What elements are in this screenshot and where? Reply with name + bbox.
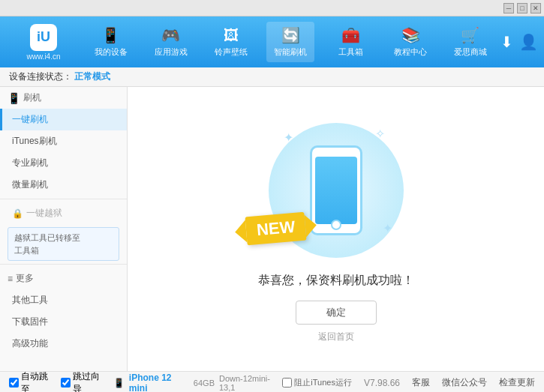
bottom-bar: 自动跳至 跳过向导 📱 iPhone 12 mini 64GB Down-12m… <box>0 371 544 392</box>
device-firmware: Down-12mini-13,1 <box>219 374 282 392</box>
success-title: 恭喜您，保资料刷机成功啦！ <box>258 273 414 289</box>
sparkle-1: ✦ <box>284 130 293 145</box>
sidebar-item-brush-flash[interactable]: 微量刷机 <box>0 174 127 196</box>
ringtones-icon: 🖼 <box>224 27 239 44</box>
jailbreak-label: 一键越狱 <box>26 207 62 220</box>
sidebar-item-pro-flash[interactable]: 专业刷机 <box>0 152 127 174</box>
header: iU www.i4.cn 📱 我的设备 🎮 应用游戏 🖼 铃声壁纸 🔄 智能刷机… <box>0 16 544 67</box>
sidebar-more-header: ≡ 更多 <box>0 268 127 289</box>
jailbreak-info-box: 越狱工具已转移至工具箱 <box>8 227 119 261</box>
smart-flash-label: 智能刷机 <box>274 46 307 58</box>
sidebar-jailbreak-locked: 🔒 一键越狱 <box>0 202 127 224</box>
device-icon: 📱 <box>113 378 125 388</box>
download-button[interactable]: ⬇ <box>500 33 513 51</box>
main-layout: 📱 刷机 一键刷机 iTunes刷机 专业刷机 微量刷机 🔒 一键越狱 越狱工具… <box>0 87 544 371</box>
phone-body <box>310 145 362 235</box>
store-label: 爱思商城 <box>454 46 487 58</box>
skip-guide-input[interactable] <box>61 378 71 388</box>
flash-section-label: 刷机 <box>23 91 41 104</box>
device-storage: 64GB <box>194 379 215 388</box>
sidebar-item-download-firmware[interactable]: 下载固件 <box>0 311 127 333</box>
nav-store[interactable]: 🛒 爱思商城 <box>446 22 494 62</box>
phone-screen <box>315 157 357 224</box>
logo-icon: iU <box>30 24 57 51</box>
tutorials-icon: 📚 <box>401 26 420 44</box>
nav-apps-games[interactable]: 🎮 应用游戏 <box>147 22 195 62</box>
advanced-label: 高级功能 <box>12 338 48 349</box>
phone-illustration: ✦ ✧ ✦ NEW <box>261 115 411 265</box>
sidebar-item-other-tools[interactable]: 其他工具 <box>0 289 127 311</box>
ringtones-label: 铃声壁纸 <box>215 46 248 58</box>
status-prefix: 设备连接状态： <box>9 71 72 82</box>
nav-my-device[interactable]: 📱 我的设备 <box>87 22 135 62</box>
confirm-button[interactable]: 确定 <box>296 301 377 325</box>
device-name: iPhone 12 mini <box>129 373 189 393</box>
my-device-icon: 📱 <box>101 26 120 44</box>
lock-icon: 🔒 <box>12 208 23 219</box>
pro-flash-label: 专业刷机 <box>12 157 48 168</box>
stop-itunes-label: 阻止iTunes运行 <box>294 377 352 388</box>
more-icon: ≡ <box>8 274 13 284</box>
auto-jump-checkbox[interactable]: 自动跳至 <box>9 370 55 393</box>
sparkle-2: ✧ <box>375 127 385 141</box>
sidebar-item-itunes-flash[interactable]: iTunes刷机 <box>0 130 127 152</box>
jailbreak-info-text: 越狱工具已转移至工具箱 <box>14 233 80 255</box>
stop-itunes[interactable]: 阻止iTunes运行 <box>282 377 352 388</box>
toolbox-icon: 🧰 <box>341 26 360 44</box>
divider-1 <box>0 199 127 199</box>
auto-jump-input[interactable] <box>9 378 19 388</box>
toolbox-label: 工具箱 <box>338 46 363 58</box>
nav-tutorials[interactable]: 📚 教程中心 <box>386 22 434 62</box>
my-device-label: 我的设备 <box>95 46 128 58</box>
nav-items: 📱 我的设备 🎮 应用游戏 🖼 铃声壁纸 🔄 智能刷机 🧰 工具箱 📚 教程中心… <box>81 22 500 62</box>
wechat-link[interactable]: 微信公众号 <box>442 376 487 389</box>
home-link[interactable]: 返回首页 <box>318 331 354 343</box>
nav-ringtones[interactable]: 🖼 铃声壁纸 <box>207 22 255 62</box>
skip-guide-checkbox[interactable]: 跳过向导 <box>61 370 107 393</box>
maximize-button[interactable]: □ <box>517 3 527 13</box>
sparkle-3: ✦ <box>383 221 392 235</box>
phone-button <box>331 220 341 230</box>
title-bar: ─ □ ✕ <box>0 0 544 16</box>
close-button[interactable]: ✕ <box>530 3 541 13</box>
sidebar: 📱 刷机 一键刷机 iTunes刷机 专业刷机 微量刷机 🔒 一键越狱 越狱工具… <box>0 87 128 371</box>
tutorials-label: 教程中心 <box>394 46 427 58</box>
sidebar-item-advanced[interactable]: 高级功能 <box>0 333 127 355</box>
new-badge-text: NEW <box>255 217 295 238</box>
new-badge: NEW <box>245 211 306 245</box>
check-update-link[interactable]: 检查更新 <box>499 376 535 389</box>
status-value: 正常模式 <box>74 71 110 82</box>
one-click-flash-label: 一键刷机 <box>12 114 48 124</box>
nav-toolbox[interactable]: 🧰 工具箱 <box>326 22 374 62</box>
bottom-left: 自动跳至 跳过向导 📱 iPhone 12 mini 64GB Down-12m… <box>9 370 282 393</box>
version: V7.98.66 <box>364 378 400 388</box>
download-firmware-label: 下载固件 <box>12 316 48 327</box>
window-controls[interactable]: ─ □ ✕ <box>503 3 541 13</box>
main-content: ✦ ✧ ✦ NEW 恭喜您，保资料刷机成功啦！ 确定 返回首页 <box>128 87 544 371</box>
logo-area: iU www.i4.cn <box>6 24 81 61</box>
stop-itunes-checkbox[interactable] <box>282 378 292 388</box>
apps-games-label: 应用游戏 <box>155 46 188 58</box>
minimize-button[interactable]: ─ <box>503 3 514 13</box>
divider-2 <box>0 264 127 265</box>
skip-guide-label: 跳过向导 <box>73 370 107 393</box>
brush-flash-label: 微量刷机 <box>12 179 48 190</box>
status-bar: 设备连接状态： 正常模式 <box>0 67 544 87</box>
smart-flash-icon: 🔄 <box>281 26 300 44</box>
nav-smart-flash[interactable]: 🔄 智能刷机 <box>266 22 314 62</box>
header-right: ⬇ 👤 <box>500 33 538 51</box>
sidebar-item-one-click-flash[interactable]: 一键刷机 <box>0 109 127 130</box>
other-tools-label: 其他工具 <box>12 295 48 305</box>
apps-games-icon: 🎮 <box>161 26 180 44</box>
auto-jump-label: 自动跳至 <box>21 370 55 393</box>
logo-site: www.i4.cn <box>26 52 60 61</box>
more-label: 更多 <box>16 272 34 285</box>
store-icon: 🛒 <box>461 26 479 44</box>
user-button[interactable]: 👤 <box>519 33 538 51</box>
logo-text: iU <box>37 29 50 45</box>
bottom-right: 阻止iTunes运行 V7.98.66 客服 微信公众号 检查更新 <box>282 376 535 389</box>
device-info: 📱 iPhone 12 mini 64GB Down-12mini-13,1 <box>113 373 283 393</box>
itunes-flash-label: iTunes刷机 <box>12 136 57 146</box>
customer-service-link[interactable]: 客服 <box>412 376 430 389</box>
sidebar-flash-header: 📱 刷机 <box>0 87 127 109</box>
